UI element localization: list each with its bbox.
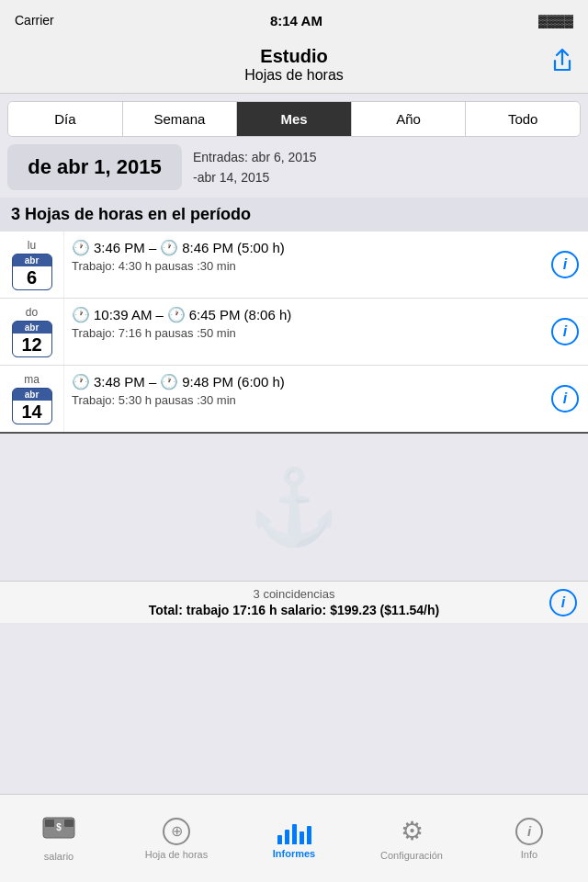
info-nav-icon: i bbox=[515, 818, 543, 845]
watermark: ⚓ bbox=[0, 434, 588, 581]
clock-end-icon: 🕐 bbox=[160, 373, 178, 390]
entry-sub: Trabajo: 4:30 h pausas :30 min bbox=[72, 259, 535, 273]
content-area: 3 Hojas de horas en el período lu abr 6 … bbox=[0, 198, 588, 434]
entry-date-14: ma abr 14 bbox=[0, 366, 64, 432]
info-button-14[interactable]: i bbox=[542, 366, 588, 432]
status-bar: Carrier 8:14 AM ▓▓▓▓ bbox=[0, 0, 588, 40]
tab-dia[interactable]: Día bbox=[8, 102, 123, 136]
dash: – bbox=[149, 374, 156, 390]
matches-count: 3 coincidencias bbox=[11, 587, 577, 601]
day-name: do bbox=[26, 306, 38, 319]
info-button-12[interactable]: i bbox=[542, 299, 588, 365]
duration: (8:06 h) bbox=[244, 307, 292, 322]
date-detail: Entradas: abr 6, 2015 -abr 14, 2015 bbox=[193, 147, 317, 188]
period-tabs: Día Semana Mes Año Todo bbox=[7, 101, 581, 137]
table-row: ma abr 14 🕐 3:48 PM – 🕐 9:48 PM (6:00 h)… bbox=[0, 366, 588, 434]
entry-body-6: 🕐 3:46 PM – 🕐 8:46 PM (5:00 h) Trabajo: … bbox=[64, 232, 542, 298]
app-title: Estudio bbox=[0, 46, 588, 67]
clock-end-icon: 🕐 bbox=[160, 239, 178, 256]
trabajo: Trabajo: 5:30 h bbox=[72, 393, 152, 407]
cal-month: abr bbox=[13, 322, 51, 334]
nav-label-info: Info bbox=[521, 849, 537, 860]
svg-text:$: $ bbox=[56, 822, 62, 832]
duration: (6:00 h) bbox=[237, 374, 285, 390]
info-circle-icon: i bbox=[551, 251, 579, 278]
total-line: Total: trabajo 17:16 h salario: $199.23 … bbox=[11, 603, 577, 617]
info-circle-icon: i bbox=[551, 385, 579, 413]
entry-time-row: 🕐 3:48 PM – 🕐 9:48 PM (6:00 h) bbox=[72, 373, 535, 390]
table-row: do abr 12 🕐 10:39 AM – 🕐 6:45 PM (8:06 h… bbox=[0, 299, 588, 366]
tab-todo[interactable]: Todo bbox=[466, 102, 580, 136]
bar-chart-nav-icon bbox=[277, 819, 311, 844]
pausas: pausas :30 min bbox=[155, 393, 236, 407]
entry-sub: Trabajo: 7:16 h pausas :50 min bbox=[72, 326, 535, 340]
footer-info-bar: 3 coincidencias Total: trabajo 17:16 h s… bbox=[0, 581, 588, 623]
trabajo: Trabajo: 7:16 h bbox=[72, 326, 152, 340]
app-subtitle: Hojas de horas bbox=[0, 67, 588, 84]
footer-info-circle-icon: i bbox=[549, 589, 577, 616]
calendar-icon: abr 12 bbox=[12, 321, 52, 357]
cal-month: abr bbox=[13, 254, 51, 266]
day-name: lu bbox=[28, 239, 36, 252]
duration: (5:00 h) bbox=[237, 240, 285, 255]
footer-info-button[interactable]: i bbox=[549, 589, 577, 616]
nav-label-configuracion: Configuración bbox=[380, 850, 443, 861]
tab-mes[interactable]: Mes bbox=[237, 102, 352, 136]
svg-rect-1 bbox=[45, 820, 54, 827]
entry-body-12: 🕐 10:39 AM – 🕐 6:45 PM (8:06 h) Trabajo:… bbox=[64, 299, 542, 365]
cal-month: abr bbox=[13, 389, 51, 401]
tab-ano[interactable]: Año bbox=[352, 102, 467, 136]
dash: – bbox=[149, 240, 156, 255]
date-range-bar: de abr 1, 2015 Entradas: abr 6, 2015 -ab… bbox=[7, 144, 581, 190]
entry-time-row: 🕐 3:46 PM – 🕐 8:46 PM (5:00 h) bbox=[72, 239, 535, 256]
day-name: ma bbox=[24, 373, 40, 386]
time-label: 8:14 AM bbox=[270, 13, 322, 28]
battery-icon: ▓▓▓▓ bbox=[538, 14, 573, 28]
start-time: 3:46 PM bbox=[94, 240, 145, 255]
info-button-6[interactable]: i bbox=[542, 232, 588, 298]
clock-start-icon: 🕐 bbox=[72, 306, 90, 323]
cal-day: 14 bbox=[13, 401, 51, 424]
start-time: 10:39 AM bbox=[94, 307, 152, 322]
carrier-label: Carrier bbox=[15, 13, 54, 28]
date-start-box: de abr 1, 2015 bbox=[7, 144, 182, 190]
gear-nav-icon: ⚙ bbox=[401, 816, 424, 846]
nav-label-hoja: Hoja de horas bbox=[145, 849, 209, 860]
calendar-icon: abr 6 bbox=[12, 254, 52, 290]
end-time: 6:45 PM bbox=[189, 307, 241, 322]
nav-item-info[interactable]: i Info bbox=[470, 795, 588, 882]
clock-end-icon: 🕐 bbox=[167, 306, 186, 323]
info-circle-icon: i bbox=[551, 318, 579, 345]
clock-start-icon: 🕐 bbox=[72, 373, 90, 390]
cal-day: 6 bbox=[13, 266, 51, 289]
period-header: 3 Hojas de horas en el período bbox=[0, 198, 588, 232]
nav-item-hoja[interactable]: ⊕ Hoja de horas bbox=[118, 795, 235, 882]
date-detail-line2: -abr 14, 2015 bbox=[193, 167, 317, 187]
header: Estudio Hojas de horas bbox=[0, 40, 588, 94]
entry-date-6: lu abr 6 bbox=[0, 232, 64, 298]
entry-date-12: do abr 12 bbox=[0, 299, 64, 365]
end-time: 9:48 PM bbox=[182, 374, 233, 390]
nav-item-salario[interactable]: $ salario bbox=[0, 795, 118, 882]
start-time: 3:48 PM bbox=[94, 374, 145, 390]
cal-day: 12 bbox=[13, 334, 51, 356]
tab-semana[interactable]: Semana bbox=[123, 102, 238, 136]
nav-label-salario: salario bbox=[44, 851, 74, 862]
trabajo: Trabajo: 4:30 h bbox=[72, 259, 152, 273]
pausas: pausas :30 min bbox=[155, 259, 236, 273]
table-row: lu abr 6 🕐 3:46 PM – 🕐 8:46 PM (5:00 h) … bbox=[0, 232, 588, 299]
pausas: pausas :50 min bbox=[155, 326, 236, 340]
dash: – bbox=[155, 307, 163, 322]
nav-item-informes[interactable]: Informes bbox=[235, 795, 353, 882]
share-button[interactable] bbox=[551, 48, 573, 80]
entry-sub: Trabajo: 5:30 h pausas :30 min bbox=[72, 393, 535, 407]
entry-time-row: 🕐 10:39 AM – 🕐 6:45 PM (8:06 h) bbox=[72, 306, 535, 323]
bottom-nav: $ salario ⊕ Hoja de horas Informes ⚙ Con… bbox=[0, 794, 588, 882]
money-nav-icon: $ bbox=[42, 815, 75, 847]
nav-label-informes: Informes bbox=[273, 848, 315, 859]
nav-item-configuracion[interactable]: ⚙ Configuración bbox=[353, 795, 470, 882]
calendar-icon: abr 14 bbox=[12, 388, 52, 424]
date-detail-line1: Entradas: abr 6, 2015 bbox=[193, 147, 317, 167]
compass-nav-icon: ⊕ bbox=[163, 818, 190, 845]
entry-body-14: 🕐 3:48 PM – 🕐 9:48 PM (6:00 h) Trabajo: … bbox=[64, 366, 542, 432]
